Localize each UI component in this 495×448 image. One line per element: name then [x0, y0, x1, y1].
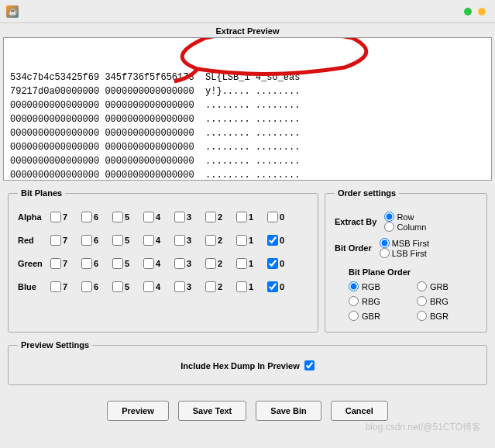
red-bit-4-checkbox[interactable] — [143, 235, 154, 246]
blue-bit-7-checkbox[interactable] — [50, 281, 61, 292]
bpo-rgb-option[interactable]: RGB — [349, 281, 409, 291]
bit-label: 0 — [280, 259, 284, 268]
bit-label: 7 — [63, 259, 67, 268]
alpha-bit-0-checkbox[interactable] — [267, 212, 278, 222]
alpha-bit-2-checkbox[interactable] — [205, 212, 216, 222]
bit-label: 6 — [94, 212, 98, 222]
alpha-bit-6-checkbox[interactable] — [81, 212, 92, 222]
hex-line: 0000000000000000 0000000000000000 ......… — [10, 154, 485, 168]
hex-line: 0000000000000000 0000000000000000 ......… — [10, 140, 485, 154]
java-icon: ☕ — [6, 5, 19, 18]
green-bit-6-checkbox[interactable] — [81, 258, 92, 269]
bit-planes-fieldset: Bit Planes Alpha76543210Red76543210Green… — [8, 188, 318, 333]
bit-label: 3 — [187, 259, 191, 268]
save-bin-button[interactable]: Save Bin — [256, 401, 321, 421]
preview-button[interactable]: Preview — [107, 401, 169, 421]
bit-label: 5 — [125, 259, 129, 268]
bit-order-lsb-first-radio[interactable] — [380, 248, 390, 258]
order-settings-fieldset: Order settings Extract By Row Column Bit… — [325, 188, 487, 333]
green-bit-2-checkbox[interactable] — [205, 258, 216, 269]
bit-order-msb-first-option[interactable]: MSB First — [380, 238, 429, 248]
titlebar: ☕ — [0, 0, 495, 23]
alpha-bit-3-checkbox[interactable] — [174, 212, 185, 222]
minimize-dot[interactable] — [464, 8, 472, 16]
green-bit-1-checkbox[interactable] — [236, 258, 247, 269]
preview-settings-fieldset: Preview Settings Include Hex Dump In Pre… — [8, 340, 487, 385]
extract-by-row-radio[interactable] — [384, 212, 394, 222]
bit-label: 7 — [63, 282, 67, 291]
red-bit-7-checkbox[interactable] — [50, 235, 61, 246]
window-controls — [464, 8, 486, 16]
blue-bit-3-checkbox[interactable] — [174, 281, 185, 292]
green-bit-7-checkbox[interactable] — [50, 258, 61, 269]
bpo-rbg-option[interactable]: RBG — [349, 296, 409, 306]
hex-line: 79217d0a00000000 0000000000000000 y!}...… — [10, 84, 485, 98]
bit-label: 1 — [249, 236, 253, 245]
order-settings-legend: Order settings — [335, 188, 399, 198]
bit-label: 7 — [63, 212, 67, 222]
hex-dump-area[interactable]: 534c7b4c53425f69 345f736f5f656173 SL{LSB… — [3, 37, 492, 181]
green-bit-3-checkbox[interactable] — [174, 258, 185, 269]
extract-by-column-radio[interactable] — [384, 222, 394, 232]
bpo-grb-radio[interactable] — [417, 281, 427, 291]
bpo-rbg-radio[interactable] — [349, 296, 359, 306]
bit-label: 0 — [280, 212, 284, 222]
bit-label: 0 — [280, 236, 284, 245]
bit-order-lsb-first-option[interactable]: LSB First — [380, 248, 429, 258]
bit-plane-label: Alpha — [18, 212, 50, 222]
green-bit-0-checkbox[interactable] — [267, 258, 278, 269]
blue-bit-0-checkbox[interactable] — [267, 281, 278, 292]
bit-label: 5 — [125, 236, 129, 245]
bpo-gbr-radio[interactable] — [349, 311, 359, 321]
close-dot[interactable] — [478, 8, 486, 16]
blue-bit-5-checkbox[interactable] — [112, 281, 123, 292]
red-bit-5-checkbox[interactable] — [112, 235, 123, 246]
blue-bit-1-checkbox[interactable] — [236, 281, 247, 292]
hex-dump-checkbox[interactable] — [304, 360, 315, 370]
red-bit-0-checkbox[interactable] — [267, 235, 278, 246]
bit-label: 3 — [187, 236, 191, 245]
bit-label: 4 — [156, 212, 160, 222]
blue-bit-4-checkbox[interactable] — [143, 281, 154, 292]
bit-label: 6 — [94, 282, 98, 291]
cancel-button[interactable]: Cancel — [331, 401, 388, 421]
alpha-bit-1-checkbox[interactable] — [236, 212, 247, 222]
bit-label: 3 — [187, 212, 191, 222]
blue-bit-6-checkbox[interactable] — [81, 281, 92, 292]
bit-label: 2 — [218, 282, 222, 291]
bpo-gbr-option[interactable]: GBR — [349, 311, 409, 321]
green-bit-4-checkbox[interactable] — [143, 258, 154, 269]
bpo-brg-option[interactable]: BRG — [417, 296, 477, 306]
bit-label: 2 — [218, 259, 222, 268]
watermark: blog.csdn.net/@51CTO博客 — [366, 421, 481, 434]
bpo-bgr-option[interactable]: BGR — [417, 311, 477, 321]
bit-order-msb-first-radio[interactable] — [380, 238, 390, 248]
extract-by-label: Extract By — [335, 217, 376, 226]
extract-by-column-option[interactable]: Column — [384, 222, 426, 232]
bpo-bgr-radio[interactable] — [417, 311, 427, 321]
bpo-grb-option[interactable]: GRB — [417, 281, 477, 291]
bpo-brg-radio[interactable] — [417, 296, 427, 306]
red-bit-3-checkbox[interactable] — [174, 235, 185, 246]
green-bit-5-checkbox[interactable] — [112, 258, 123, 269]
save-text-button[interactable]: Save Text — [178, 401, 247, 421]
alpha-bit-7-checkbox[interactable] — [50, 212, 61, 222]
red-bit-2-checkbox[interactable] — [205, 235, 216, 246]
bit-plane-label: Blue — [18, 282, 50, 291]
hex-line: 0000000000000000 0000000000000000 ......… — [10, 98, 485, 112]
bit-label: 5 — [125, 212, 129, 222]
hex-line: 0000000000000000 0000000000000000 ......… — [10, 168, 485, 181]
bit-plane-label: Green — [18, 259, 50, 268]
extract-by-row-option[interactable]: Row — [384, 212, 426, 222]
extract-preview-title: Extract Preview — [0, 23, 495, 37]
blue-bit-2-checkbox[interactable] — [205, 281, 216, 292]
alpha-bit-5-checkbox[interactable] — [112, 212, 123, 222]
bit-label: 4 — [156, 236, 160, 245]
bit-plane-label: Red — [18, 236, 50, 245]
bpo-rgb-radio[interactable] — [349, 281, 359, 291]
red-bit-6-checkbox[interactable] — [81, 235, 92, 246]
alpha-bit-4-checkbox[interactable] — [143, 212, 154, 222]
bit-label: 2 — [218, 212, 222, 222]
red-bit-1-checkbox[interactable] — [236, 235, 247, 246]
bit-label: 4 — [156, 282, 160, 291]
